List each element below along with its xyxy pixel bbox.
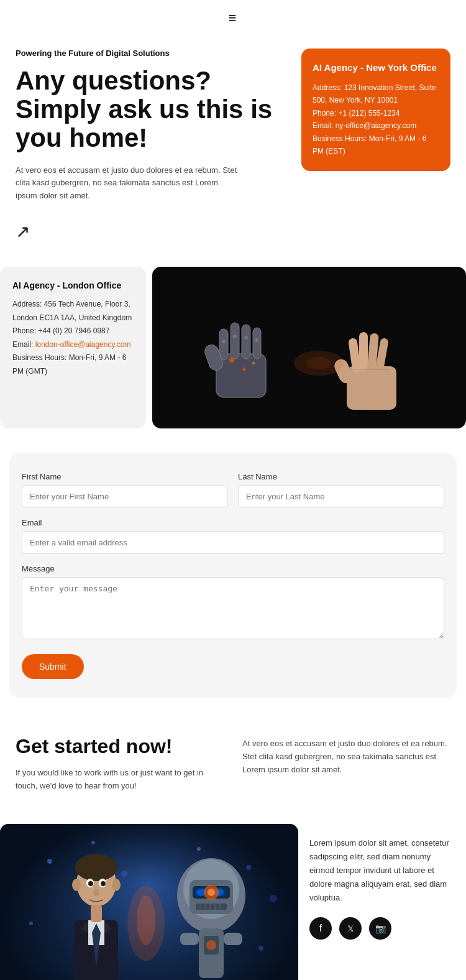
bottom-section: Lorem ipsum dolor sit amet, consetetur s… — [0, 824, 466, 980]
twitter-x-icon[interactable]: 𝕏 — [339, 917, 362, 940]
london-email-link[interactable]: london-office@aiagency.com — [35, 340, 131, 349]
last-name-group: Last Name — [238, 472, 444, 508]
svg-point-68 — [206, 940, 216, 950]
svg-point-11 — [229, 358, 234, 363]
hero-description: At vero eos et accusam et justo duo dolo… — [16, 164, 239, 203]
svg-point-47 — [88, 881, 93, 886]
facebook-icon[interactable]: f — [309, 917, 332, 940]
form-name-row: First Name Last Name — [22, 472, 444, 508]
arrow-link-icon[interactable]: ↗ — [16, 221, 30, 242]
svg-point-44 — [112, 879, 121, 891]
svg-rect-69 — [180, 933, 199, 945]
svg-point-25 — [47, 859, 52, 864]
ai-portrait-image — [0, 824, 298, 980]
message-label: Message — [22, 564, 444, 573]
first-name-label: First Name — [22, 472, 228, 481]
first-name-group: First Name — [22, 472, 228, 508]
email-input[interactable] — [22, 531, 444, 554]
contact-form-section: First Name Last Name Email Message Submi… — [9, 453, 457, 698]
svg-point-72 — [137, 895, 155, 945]
offices-row: AI Agency - London Office Address: 456 T… — [0, 267, 466, 441]
london-office-title: AI Agency - London Office — [12, 280, 134, 290]
svg-point-12 — [242, 368, 246, 371]
svg-rect-5 — [253, 328, 261, 359]
navbar: ≡ — [0, 0, 466, 36]
svg-point-13 — [252, 361, 255, 364]
svg-point-31 — [29, 922, 33, 925]
svg-point-26 — [91, 841, 95, 844]
get-started-left: Get started now! If you would like to wo… — [16, 735, 224, 793]
message-group: Message — [22, 564, 444, 639]
svg-point-10 — [255, 338, 258, 342]
get-started-description: At vero eos et accusam et justo duo dolo… — [242, 735, 450, 776]
svg-point-48 — [101, 881, 106, 886]
svg-rect-70 — [224, 933, 242, 945]
svg-rect-16 — [359, 332, 368, 371]
svg-rect-2 — [219, 329, 228, 360]
hero-title: Any questions? Simply ask us this is you… — [16, 67, 289, 153]
first-name-input[interactable] — [22, 485, 228, 508]
svg-point-32 — [258, 946, 263, 951]
ny-office-title: AI Agency - New York Office — [313, 62, 439, 73]
svg-point-28 — [197, 847, 201, 851]
svg-rect-4 — [242, 325, 250, 359]
instagram-icon[interactable]: 📷 — [369, 917, 391, 940]
svg-point-27 — [121, 871, 127, 877]
message-textarea[interactable] — [22, 577, 444, 639]
last-name-input[interactable] — [238, 485, 444, 508]
last-name-label: Last Name — [238, 472, 444, 481]
get-started-subtitle: If you would like to work with us or jus… — [16, 767, 224, 793]
svg-point-59 — [208, 889, 215, 896]
london-office-card: AI Agency - London Office Address: 456 T… — [0, 267, 146, 428]
svg-point-29 — [246, 865, 251, 870]
svg-point-43 — [72, 879, 81, 891]
robot-hands-image — [152, 267, 466, 428]
bottom-right-card: Lorem ipsum dolor sit amet, consetetur s… — [298, 824, 466, 980]
svg-rect-42 — [91, 905, 102, 922]
bottom-description: Lorem ipsum dolor sit amet, consetetur s… — [309, 836, 455, 905]
email-group: Email — [22, 518, 444, 554]
svg-rect-14 — [347, 366, 396, 410]
svg-point-8 — [233, 335, 237, 338]
social-icons-row: f 𝕏 📷 — [309, 917, 455, 940]
svg-point-22 — [306, 357, 331, 369]
get-started-section: Get started now! If you would like to wo… — [0, 710, 466, 818]
london-office-info: Address: 456 Tech Avenue, Floor 3, Londo… — [12, 298, 134, 379]
svg-rect-3 — [231, 323, 239, 359]
email-label: Email — [22, 518, 444, 527]
hero-content: Powering the Future of Digital Solutions… — [16, 49, 289, 242]
hero-tagline: Powering the Future of Digital Solutions — [16, 49, 289, 58]
svg-rect-0 — [160, 267, 459, 428]
svg-point-9 — [244, 336, 248, 340]
ny-office-card: AI Agency - New York Office Address: 123… — [301, 49, 450, 171]
svg-point-49 — [93, 889, 99, 896]
submit-button[interactable]: Submit — [22, 654, 84, 679]
svg-point-36 — [75, 854, 117, 881]
hero-section: Powering the Future of Digital Solutions… — [0, 36, 466, 261]
ny-office-info: Address: 123 Innovation Street, Suite 50… — [313, 81, 439, 157]
hamburger-menu-icon[interactable]: ≡ — [229, 10, 238, 26]
get-started-title: Get started now! — [16, 735, 224, 758]
svg-point-30 — [270, 895, 277, 902]
svg-point-7 — [222, 340, 226, 343]
